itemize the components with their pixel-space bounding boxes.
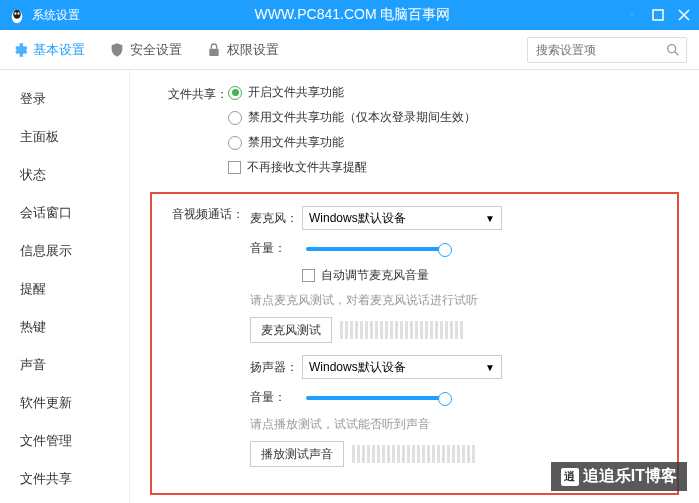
tabbar: 基本设置 安全设置 权限设置 — [0, 30, 699, 70]
titlebar: 系统设置 WWW.PC841.COM 电脑百事网 — [0, 0, 699, 30]
auto-adjust-mic[interactable]: 自动调节麦克风音量 — [302, 267, 663, 284]
svg-point-2 — [15, 12, 17, 14]
tab-label: 安全设置 — [130, 41, 182, 59]
fileshare-label: 文件共享： — [150, 84, 228, 103]
sidebar-item-login[interactable]: 登录 — [0, 80, 129, 118]
mic-volume-label: 音量： — [250, 240, 302, 257]
speaker-volume-label: 音量： — [250, 389, 302, 406]
mic-test-button[interactable]: 麦克风测试 — [250, 317, 332, 343]
svg-point-3 — [18, 12, 20, 14]
app-icon — [8, 6, 26, 24]
search-wrap — [527, 37, 687, 63]
watermark: 逍 追追乐IT博客 — [551, 462, 687, 491]
av-call-highlight-box: 音视频通话： 麦克风： Windows默认设备▼ 音量： 自动调节麦克风音量 请… — [150, 192, 679, 495]
speaker-hint: 请点播放测试，试试能否听到声音 — [250, 416, 663, 433]
svg-point-1 — [13, 10, 21, 19]
sidebar-item-avcall[interactable]: 音视频通话 — [0, 498, 129, 503]
sidebar-item-fileshare[interactable]: 文件共享 — [0, 460, 129, 498]
checkbox-icon — [302, 269, 315, 282]
fileshare-disable-session[interactable]: 禁用文件共享功能（仅本次登录期间生效） — [228, 109, 679, 126]
sidebar: 登录 主面板 状态 会话窗口 信息展示 提醒 热键 声音 软件更新 文件管理 文… — [0, 70, 130, 503]
avcall-section-label: 音视频通话： — [166, 206, 244, 479]
tab-label: 基本设置 — [33, 41, 85, 59]
chevron-down-icon: ▼ — [485, 213, 495, 224]
chevron-down-icon: ▼ — [485, 362, 495, 373]
mic-label: 麦克风： — [250, 210, 302, 227]
tab-label: 权限设置 — [227, 41, 279, 59]
sidebar-item-status[interactable]: 状态 — [0, 156, 129, 194]
fileshare-enable[interactable]: 开启文件共享功能 — [228, 84, 679, 101]
sidebar-item-update[interactable]: 软件更新 — [0, 384, 129, 422]
mic-select[interactable]: Windows默认设备▼ — [302, 206, 502, 230]
fileshare-noremind[interactable]: 不再接收文件共享提醒 — [228, 159, 679, 176]
watermark-text: 追追乐IT博客 — [583, 466, 677, 487]
watermark-logo-icon: 逍 — [561, 468, 579, 486]
minimize-button[interactable] — [625, 8, 639, 22]
sidebar-item-mainpanel[interactable]: 主面板 — [0, 118, 129, 156]
fileshare-disable[interactable]: 禁用文件共享功能 — [228, 134, 679, 151]
mic-volume-slider[interactable] — [306, 247, 446, 251]
close-button[interactable] — [677, 8, 691, 22]
sidebar-item-remind[interactable]: 提醒 — [0, 270, 129, 308]
svg-point-7 — [668, 44, 676, 52]
gear-icon — [12, 42, 28, 58]
svg-rect-6 — [209, 48, 218, 55]
tab-permission[interactable]: 权限设置 — [206, 41, 279, 59]
lock-icon — [206, 42, 222, 58]
search-input[interactable] — [527, 37, 687, 63]
speaker-select[interactable]: Windows默认设备▼ — [302, 355, 502, 379]
header-url-text: WWW.PC841.COM 电脑百事网 — [80, 6, 625, 24]
sidebar-item-info[interactable]: 信息展示 — [0, 232, 129, 270]
window-title: 系统设置 — [32, 7, 80, 24]
search-icon[interactable] — [665, 42, 681, 58]
speaker-test-button[interactable]: 播放测试声音 — [250, 441, 344, 467]
mic-hint: 请点麦克风测试，对着麦克风说话进行试听 — [250, 292, 663, 309]
radio-icon — [228, 111, 242, 125]
checkbox-icon — [228, 161, 241, 174]
sidebar-item-sound[interactable]: 声音 — [0, 346, 129, 384]
speaker-label: 扬声器： — [250, 359, 302, 376]
radio-icon — [228, 86, 242, 100]
speaker-level-meter — [352, 445, 475, 463]
speaker-volume-slider[interactable] — [306, 396, 446, 400]
sidebar-item-hotkey[interactable]: 热键 — [0, 308, 129, 346]
main-panel: 文件共享： 开启文件共享功能 禁用文件共享功能（仅本次登录期间生效） 禁用文件共… — [130, 70, 699, 503]
radio-icon — [228, 136, 242, 150]
tab-basic[interactable]: 基本设置 — [12, 41, 85, 59]
svg-rect-5 — [653, 10, 663, 20]
tab-security[interactable]: 安全设置 — [109, 41, 182, 59]
maximize-button[interactable] — [651, 8, 665, 22]
sidebar-item-filemgr[interactable]: 文件管理 — [0, 422, 129, 460]
shield-icon — [109, 42, 125, 58]
window-buttons — [625, 8, 691, 22]
mic-level-meter — [340, 321, 463, 339]
sidebar-item-session[interactable]: 会话窗口 — [0, 194, 129, 232]
